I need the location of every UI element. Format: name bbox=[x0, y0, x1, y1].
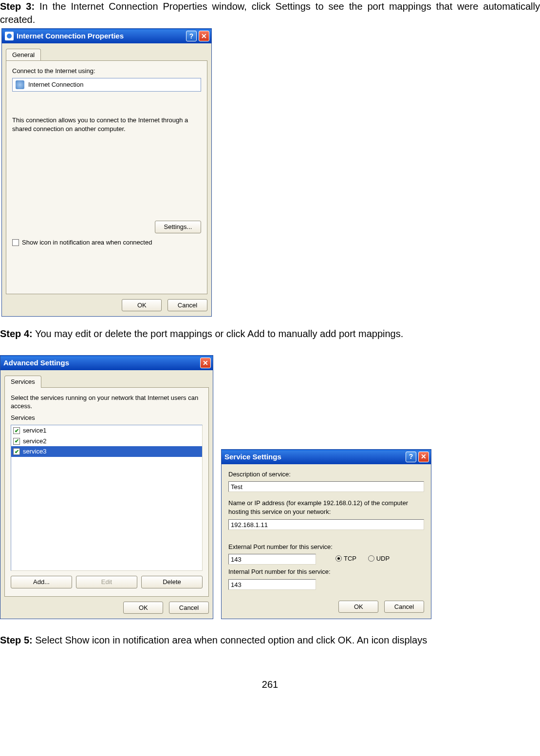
help-button[interactable]: ? bbox=[186, 31, 197, 41]
udp-label: UDP bbox=[376, 554, 390, 563]
svc-title: Service Settings bbox=[224, 452, 404, 462]
advanced-settings-window: Advanced Settings ✕ Services Select the … bbox=[0, 355, 213, 619]
service-checkbox[interactable] bbox=[13, 438, 20, 445]
step5-text: Select Show icon in notification area wh… bbox=[33, 635, 427, 645]
host-input[interactable]: 192.168.1.11 bbox=[228, 519, 424, 530]
delete-button[interactable]: Delete bbox=[141, 576, 203, 588]
ok-button[interactable]: OK bbox=[122, 299, 162, 312]
connection-field: Internet Connection bbox=[12, 78, 201, 92]
cancel-button[interactable]: Cancel bbox=[169, 602, 209, 614]
description-label: Description of service: bbox=[228, 470, 424, 479]
ok-button[interactable]: OK bbox=[338, 601, 378, 613]
step4-label: Step 4: bbox=[0, 328, 33, 339]
host-value: 192.168.1.11 bbox=[231, 521, 268, 529]
cancel-button[interactable]: Cancel bbox=[168, 299, 207, 312]
ok-button[interactable]: OK bbox=[123, 602, 163, 614]
service-checkbox[interactable] bbox=[13, 448, 20, 455]
step4-paragraph: Step 4: You may edit or delete the port … bbox=[0, 327, 540, 340]
connection-name: Internet Connection bbox=[28, 80, 83, 89]
connection-icon bbox=[16, 80, 24, 89]
cancel-button[interactable]: Cancel bbox=[384, 601, 424, 613]
settings-button[interactable]: Settings... bbox=[155, 221, 201, 233]
close-button[interactable]: ✕ bbox=[199, 31, 209, 41]
services-label: Services bbox=[11, 414, 203, 422]
internal-port-label: Internal Port number for this service: bbox=[228, 567, 424, 576]
udp-radio[interactable]: UDP bbox=[368, 554, 390, 563]
tab-services[interactable]: Services bbox=[4, 376, 41, 388]
show-icon-checkbox-row[interactable]: Show icon in notification area when conn… bbox=[12, 238, 201, 247]
adv-title: Advanced Settings bbox=[3, 358, 198, 368]
step3-text: In the Internet Connection Properties wi… bbox=[0, 1, 540, 25]
description-value: Test bbox=[231, 483, 242, 491]
window-icon bbox=[5, 32, 14, 40]
services-list[interactable]: service1 service2 service3 bbox=[11, 425, 203, 571]
radio-icon bbox=[335, 555, 342, 562]
icp-title: Internet Connection Properties bbox=[17, 31, 184, 41]
tab-general[interactable]: General bbox=[6, 49, 41, 61]
internal-port-input[interactable]: 143 bbox=[228, 579, 316, 590]
external-port-label: External Port number for this service: bbox=[228, 543, 424, 551]
connect-using-label: Connect to the Internet using: bbox=[12, 67, 201, 76]
service-item[interactable]: service1 bbox=[11, 425, 202, 436]
service-name: service1 bbox=[23, 426, 46, 435]
internal-port-value: 143 bbox=[231, 581, 242, 588]
page-number: 261 bbox=[0, 678, 540, 691]
add-button[interactable]: Add... bbox=[11, 576, 72, 588]
connection-description: This connection allows you to connect to… bbox=[12, 116, 201, 133]
service-checkbox[interactable] bbox=[13, 427, 20, 434]
external-port-value: 143 bbox=[231, 556, 242, 563]
adv-titlebar: Advanced Settings ✕ bbox=[0, 356, 213, 370]
close-button[interactable]: ✕ bbox=[200, 358, 211, 368]
step3-label: Step 3: bbox=[0, 1, 35, 12]
host-label: Name or IP address (for example 192.168.… bbox=[228, 499, 424, 516]
service-item[interactable]: service2 bbox=[11, 436, 202, 447]
step5-label: Step 5: bbox=[0, 635, 33, 645]
tcp-radio[interactable]: TCP bbox=[335, 554, 356, 563]
service-item[interactable]: service3 bbox=[11, 446, 202, 457]
service-settings-window: Service Settings ? ✕ Description of serv… bbox=[221, 449, 431, 619]
show-icon-label: Show icon in notification area when conn… bbox=[22, 238, 152, 247]
external-port-input[interactable]: 143 bbox=[228, 554, 316, 565]
service-name: service3 bbox=[23, 447, 46, 456]
internet-connection-properties-window: Internet Connection Properties ? ✕ Gener… bbox=[1, 28, 212, 317]
radio-icon bbox=[368, 555, 374, 562]
help-button[interactable]: ? bbox=[406, 452, 416, 462]
adv-intro: Select the services running on your netw… bbox=[11, 394, 203, 411]
svc-titlebar: Service Settings ? ✕ bbox=[222, 450, 431, 464]
step3-paragraph: Step 3: In the Internet Connection Prope… bbox=[0, 0, 540, 26]
icp-titlebar: Internet Connection Properties ? ✕ bbox=[2, 29, 211, 43]
svg-point-0 bbox=[7, 34, 12, 38]
close-button[interactable]: ✕ bbox=[418, 452, 429, 462]
description-input[interactable]: Test bbox=[228, 481, 424, 492]
step4-text: You may edit or delete the port mappings… bbox=[33, 328, 404, 339]
tcp-label: TCP bbox=[344, 554, 356, 563]
service-name: service2 bbox=[23, 437, 46, 446]
edit-button[interactable]: Edit bbox=[76, 576, 137, 588]
show-icon-checkbox[interactable] bbox=[12, 239, 19, 246]
step5-paragraph: Step 5: Select Show icon in notification… bbox=[0, 634, 540, 647]
